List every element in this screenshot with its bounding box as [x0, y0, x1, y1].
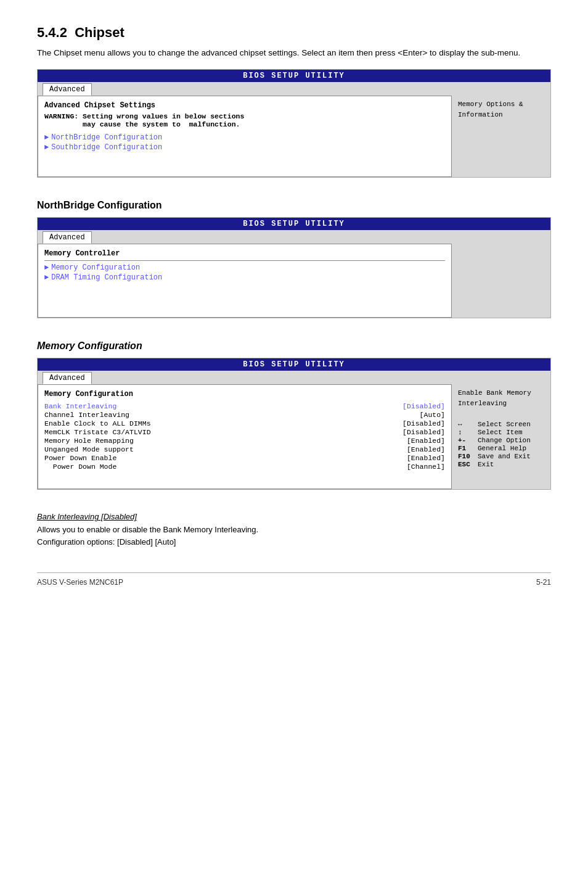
setting-channel-interleaving[interactable]: Channel Interleaving [Auto] — [44, 411, 445, 419]
memory-config-tab-row: Advanced — [38, 371, 550, 384]
footer-left: ASUS V-Series M2NC61P — [37, 578, 123, 587]
setting-bank-interleaving[interactable]: Bank Interleaving [Disabled] — [44, 402, 445, 410]
setting-unganged-mode[interactable]: Unganged Mode support [Enabled] — [44, 445, 445, 453]
chipset-menu-items: ► NorthBridge Configuration ► Southbridg… — [44, 133, 445, 152]
footer-note-title: Bank Interleaving [Disabled] — [37, 512, 551, 521]
memory-config-sidebar: Enable Bank MemoryInterleaving ↔ Select … — [452, 384, 550, 489]
chipset-sidebar: Memory Options &Information — [452, 96, 550, 177]
memory-config-bios-title: BIOS SETUP UTILITY — [38, 358, 550, 371]
bios-tab-row: Advanced — [38, 82, 550, 96]
northbridge-main-panel: Memory Controller ► Memory Configuration… — [38, 244, 452, 318]
memory-config-sidebar-help: Enable Bank MemoryInterleaving — [458, 388, 544, 408]
northbridge-tab-row: Advanced — [38, 230, 550, 244]
bios-tab-advanced[interactable]: Advanced — [43, 83, 92, 96]
chipset-warning: WARNING: Setting wrong values in below s… — [44, 112, 445, 128]
memory-config-title: Memory Configuration — [37, 340, 551, 352]
chipset-title: 5.4.2 Chipset — [37, 25, 551, 41]
setting-memclk-tristate[interactable]: MemCLK Tristate C3/ATLVID [Disabled] — [44, 428, 445, 436]
northbridge-sidebar — [452, 244, 550, 318]
chipset-sidebar-help: Memory Options &Information — [458, 99, 544, 120]
bottom-bar: ASUS V-Series M2NC61P 5-21 — [37, 572, 551, 587]
keybind-f10-save: F10 Save and Exit — [458, 453, 544, 460]
memory-config-bios-box: BIOS SETUP UTILITY Advanced Memory Confi… — [37, 358, 551, 490]
northbridge-menu-dram-timing[interactable]: ► DRAM Timing Configuration — [44, 273, 445, 282]
chipset-menu-northbridge[interactable]: ► NorthBridge Configuration — [44, 133, 445, 142]
keybind-f1-help: F1 General Help — [458, 445, 544, 452]
memory-config-settings: Bank Interleaving [Disabled] Channel Int… — [44, 402, 445, 471]
keybind-select-screen: ↔ Select Screen — [458, 421, 544, 428]
bios-title-bar: BIOS SETUP UTILITY — [38, 70, 550, 82]
southbridge-arrow: ► — [44, 143, 49, 152]
footer-right: 5-21 — [536, 578, 551, 587]
section-memory-config: Memory Configuration BIOS SETUP UTILITY … — [37, 340, 551, 490]
setting-power-down-mode[interactable]: Power Down Mode [Channel] — [44, 463, 445, 471]
chipset-main-header: Advanced Chipset Settings — [44, 101, 445, 110]
northbridge-bios-box: BIOS SETUP UTILITY Advanced Memory Contr… — [37, 217, 551, 318]
memory-config-keybinds: ↔ Select Screen ↕ Select Item +- Change … — [458, 421, 544, 468]
memory-config-main-panel: Memory Configuration Bank Interleaving [… — [38, 384, 452, 489]
setting-enable-clock[interactable]: Enable Clock to ALL DIMMs [Disabled] — [44, 419, 445, 427]
chipset-main-panel: Advanced Chipset Settings WARNING: Setti… — [38, 96, 452, 177]
northbridge-bios-title: BIOS SETUP UTILITY — [38, 218, 550, 230]
footer-note-line1: Allows you to enable or disable the Bank… — [37, 524, 551, 536]
section-northbridge: NorthBridge Configuration BIOS SETUP UTI… — [37, 200, 551, 318]
footer-note-line2: Configuration options: [Disabled] [Auto] — [37, 536, 551, 548]
memory-config-main-header: Memory Configuration — [44, 390, 445, 398]
keybind-select-item: ↕ Select Item — [458, 429, 544, 436]
northbridge-tab-advanced[interactable]: Advanced — [43, 231, 92, 244]
dram-timing-arrow: ► — [44, 273, 49, 282]
northbridge-main-header: Memory Controller — [44, 249, 445, 258]
northbridge-arrow: ► — [44, 133, 49, 142]
chipset-description: The Chipset menu allows you to change th… — [37, 47, 551, 59]
footer-note: Bank Interleaving [Disabled] Allows you … — [37, 512, 551, 548]
chipset-content-row: Advanced Chipset Settings WARNING: Setti… — [38, 96, 550, 177]
chipset-menu-southbridge[interactable]: ► Southbridge Configuration — [44, 143, 445, 152]
northbridge-menu-memory-config[interactable]: ► Memory Configuration — [44, 263, 445, 272]
memory-config-content-row: Memory Configuration Bank Interleaving [… — [38, 384, 550, 489]
chipset-bios-box: BIOS SETUP UTILITY Advanced Advanced Chi… — [37, 69, 551, 178]
setting-power-down-enable[interactable]: Power Down Enable [Enabled] — [44, 454, 445, 462]
keybind-esc-exit: ESC Exit — [458, 461, 544, 468]
section-chipset: 5.4.2 Chipset The Chipset menu allows yo… — [37, 25, 551, 178]
northbridge-divider — [44, 260, 445, 261]
setting-memory-hole[interactable]: Memory Hole Remapping [Enabled] — [44, 437, 445, 445]
memory-config-arrow: ► — [44, 263, 49, 272]
memory-config-tab-advanced[interactable]: Advanced — [43, 372, 92, 384]
keybind-change-option: +- Change Option — [458, 437, 544, 444]
northbridge-content-row: Memory Controller ► Memory Configuration… — [38, 244, 550, 318]
northbridge-title: NorthBridge Configuration — [37, 200, 551, 211]
